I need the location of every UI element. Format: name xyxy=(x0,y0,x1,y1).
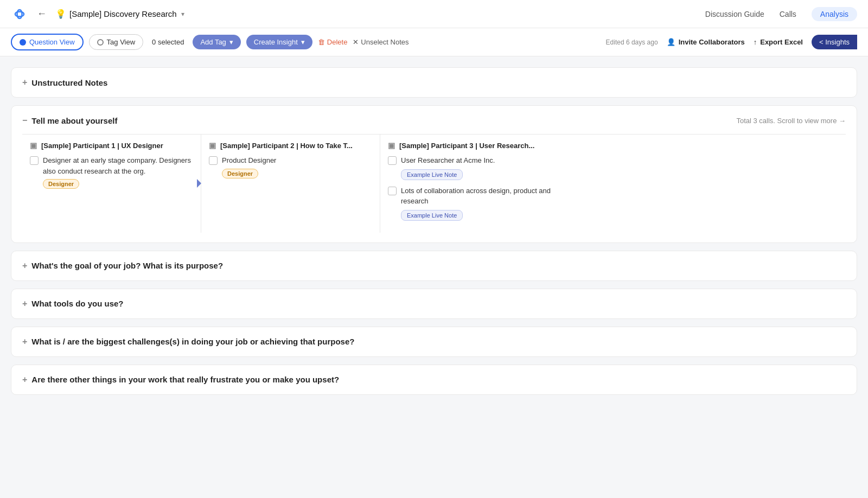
live-note-button-3b[interactable]: Example Live Note xyxy=(401,210,463,221)
note-checkbox[interactable] xyxy=(388,187,397,195)
toggle-icon-tell-me[interactable]: − xyxy=(22,116,27,125)
note-content: Product Designer Designer xyxy=(222,155,276,178)
note-text-3a: User Researcher at Acme Inc. xyxy=(401,155,495,166)
live-note-button-3a[interactable]: Example Live Note xyxy=(401,169,463,180)
add-tag-label: Add Tag xyxy=(200,38,226,46)
note-content-3a: User Researcher at Acme Inc. Example Liv… xyxy=(401,155,495,180)
edited-label: Edited 6 days ago xyxy=(606,39,658,46)
main-content: + Unstructured Notes − Tell me about you… xyxy=(0,56,868,406)
participant-col-3: ▣ [Sample] Participant 3 | User Research… xyxy=(380,135,559,233)
section-frustrate: + Are there other things in your work th… xyxy=(11,365,857,395)
note-checkbox[interactable] xyxy=(30,156,39,165)
note-item-3a: User Researcher at Acme Inc. Example Liv… xyxy=(388,155,552,180)
question-view-button[interactable]: Question View xyxy=(11,34,84,50)
tag-designer[interactable]: Designer xyxy=(222,169,258,178)
note-text-3b: Lots of collaboration across design, pro… xyxy=(401,186,552,207)
tag-view-button[interactable]: Tag View xyxy=(89,34,144,50)
question-view-label: Question View xyxy=(29,38,75,46)
participant-icon-1: ▣ xyxy=(30,141,37,150)
participant-col-1: ▣ [Sample] Participant 1 | UX Designer D… xyxy=(22,135,201,233)
participant-icon-2: ▣ xyxy=(209,141,216,150)
note-item-3b: Lots of collaboration across design, pro… xyxy=(388,186,552,221)
participant-name-1: [Sample] Participant 1 | UX Designer xyxy=(41,142,163,150)
nav-links: Discussion Guide Calls Analysis xyxy=(705,7,857,21)
unselect-label: Unselect Notes xyxy=(361,38,409,46)
column-marker xyxy=(197,179,201,188)
export-icon: ↑ xyxy=(754,38,757,46)
insights-label: < Insights xyxy=(819,38,850,46)
delete-button[interactable]: 🗑 Delete xyxy=(318,38,348,46)
toggle-icon[interactable]: + xyxy=(22,78,27,87)
insights-panel-button[interactable]: < Insights xyxy=(812,35,857,49)
toggle-icon-tools[interactable]: + xyxy=(22,299,27,309)
project-emoji: 💡 xyxy=(55,9,66,19)
section-challenges: + What is / are the biggest challenges(s… xyxy=(11,327,857,357)
delete-label: Delete xyxy=(327,38,348,46)
participants-row: ▣ [Sample] Participant 1 | UX Designer D… xyxy=(22,134,846,233)
invite-icon: 👤 xyxy=(667,38,675,46)
section-header: + Unstructured Notes xyxy=(22,78,846,87)
nav-calls[interactable]: Calls xyxy=(780,10,796,18)
section-title: Unstructured Notes xyxy=(31,78,107,87)
section-tell-me: − Tell me about yourself Total 3 calls. … xyxy=(11,105,857,243)
project-chevron-icon: ▾ xyxy=(181,10,184,18)
logo-icon[interactable] xyxy=(11,5,28,23)
participant-header-3: ▣ [Sample] Participant 3 | User Research… xyxy=(388,141,552,150)
section-header-tools: + What tools do you use? xyxy=(22,299,846,309)
nav-analysis[interactable]: Analysis xyxy=(812,7,857,21)
note-text: Designer at an early stage company. Desi… xyxy=(43,155,193,176)
section-title-tools: What tools do you use? xyxy=(31,299,123,308)
export-label: Export Excel xyxy=(760,38,803,46)
toolbar-right: Edited 6 days ago 👤 Invite Collaborators… xyxy=(606,35,857,49)
total-calls-label: Total 3 calls. Scroll to view more → xyxy=(736,117,846,125)
section-title-goal: What's the goal of your job? What is its… xyxy=(31,261,223,270)
note-content: Designer at an early stage company. Desi… xyxy=(43,155,193,189)
note-text: Product Designer xyxy=(222,155,276,166)
unselect-icon: ✕ xyxy=(353,38,359,46)
create-insight-chevron-icon: ▾ xyxy=(301,38,305,46)
section-goal: + What's the goal of your job? What is i… xyxy=(11,251,857,281)
tag-view-icon xyxy=(97,39,104,46)
tag-view-label: Tag View xyxy=(107,38,136,46)
project-name: [Sample] Discovery Research xyxy=(69,9,177,18)
back-button[interactable]: ← xyxy=(37,8,47,20)
section-header-frustrate: + Are there other things in your work th… xyxy=(22,375,846,385)
invite-collaborators-button[interactable]: 👤 Invite Collaborators xyxy=(667,38,745,46)
note-checkbox[interactable] xyxy=(388,156,397,165)
tag-designer[interactable]: Designer xyxy=(43,179,79,189)
project-title[interactable]: 💡 [Sample] Discovery Research ▾ xyxy=(55,9,184,19)
participant-name-3: [Sample] Participant 3 | User Research..… xyxy=(399,142,534,150)
section-header-tell-me: − Tell me about yourself Total 3 calls. … xyxy=(22,116,846,125)
create-insight-button[interactable]: Create Insight ▾ xyxy=(246,35,312,49)
note-checkbox[interactable] xyxy=(209,156,218,165)
create-insight-label: Create Insight xyxy=(254,38,298,46)
section-unstructured-notes: + Unstructured Notes xyxy=(11,67,857,98)
add-tag-chevron-icon: ▾ xyxy=(229,38,233,46)
toggle-icon-challenges[interactable]: + xyxy=(22,337,27,347)
selected-count: 0 selected xyxy=(152,38,184,46)
add-tag-button[interactable]: Add Tag ▾ xyxy=(193,35,240,49)
participant-header-2: ▣ [Sample] Participant 2 | How to Take T… xyxy=(209,141,372,150)
question-view-icon xyxy=(20,39,26,46)
note-item: Designer at an early stage company. Desi… xyxy=(30,155,193,189)
participant-header-1: ▣ [Sample] Participant 1 | UX Designer xyxy=(30,141,193,150)
section-title-tell-me: Tell me about yourself xyxy=(31,116,117,125)
delete-icon: 🗑 xyxy=(318,38,325,46)
participant-icon-3: ▣ xyxy=(388,141,395,150)
section-title-challenges: What is / are the biggest challenges(s) … xyxy=(31,337,354,346)
section-header-challenges: + What is / are the biggest challenges(s… xyxy=(22,337,846,347)
export-excel-button[interactable]: ↑ Export Excel xyxy=(754,38,803,46)
participant-col-2: ▣ [Sample] Participant 2 | How to Take T… xyxy=(201,135,380,233)
invite-label: Invite Collaborators xyxy=(679,38,745,46)
note-content-3b: Lots of collaboration across design, pro… xyxy=(401,186,552,221)
unselect-notes-button[interactable]: ✕ Unselect Notes xyxy=(353,38,409,46)
toolbar: Question View Tag View 0 selected Add Ta… xyxy=(0,28,868,56)
note-item: Product Designer Designer xyxy=(209,155,372,178)
participant-name-2: [Sample] Participant 2 | How to Take T..… xyxy=(220,142,353,150)
section-tools: + What tools do you use? xyxy=(11,289,857,319)
section-header-goal: + What's the goal of your job? What is i… xyxy=(22,261,846,271)
nav-discussion-guide[interactable]: Discussion Guide xyxy=(705,10,764,18)
top-nav: ← 💡 [Sample] Discovery Research ▾ Discus… xyxy=(0,0,868,28)
toggle-icon-frustrate[interactable]: + xyxy=(22,375,27,385)
toggle-icon-goal[interactable]: + xyxy=(22,261,27,271)
